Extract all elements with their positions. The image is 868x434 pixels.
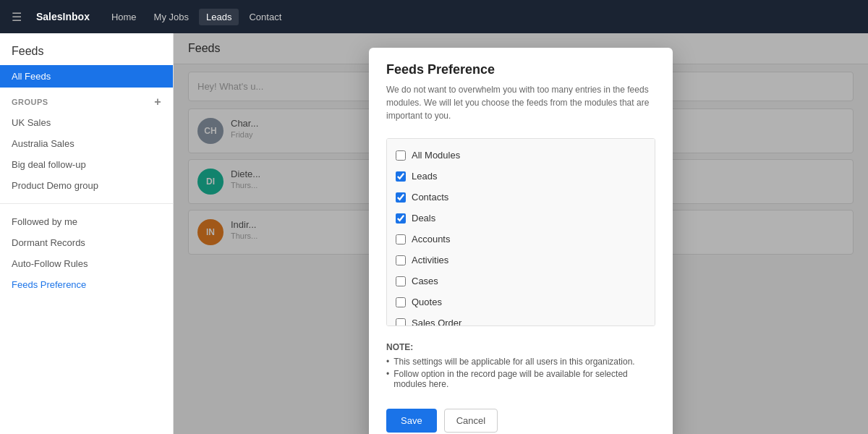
sidebar-dormant-records[interactable]: Dormant Records	[0, 232, 173, 253]
checkbox-contacts-label: Contacts	[412, 192, 448, 203]
modal-description: We do not want to overwhelm you with too…	[386, 83, 655, 122]
sidebar-all-feeds[interactable]: All Feeds	[0, 65, 173, 88]
checkbox-deals-input[interactable]	[396, 213, 406, 224]
modal-body: All Modules Leads Contacts Deals	[369, 131, 673, 333]
modal-header: Feeds Preference We do not want to overw…	[369, 48, 673, 131]
checkbox-contacts-input[interactable]	[396, 192, 406, 203]
modal-overlay: Feeds Preference We do not want to overw…	[174, 33, 868, 434]
checkbox-activities-input[interactable]	[396, 255, 406, 265]
sidebar-followed-by-me[interactable]: Followed by me	[0, 211, 173, 232]
note-item-1: • This settings will be applicable for a…	[386, 357, 655, 367]
topnav: ☰ SalesInbox Home My Jobs Leads Contact	[0, 0, 868, 33]
checkbox-cases-input[interactable]	[396, 276, 406, 286]
feeds-preference-modal: Feeds Preference We do not want to overw…	[369, 48, 673, 434]
sidebar-group-bigdeal[interactable]: Big deal follow-up	[0, 154, 173, 175]
checkbox-cases[interactable]: Cases	[387, 271, 655, 292]
checkbox-sales-order-input[interactable]	[396, 318, 406, 327]
main-layout: Feeds All Feeds GROUPS + UK Sales Austra…	[0, 33, 868, 434]
note-item-2: • Follow option in the record page will …	[386, 369, 655, 389]
checkbox-leads-input[interactable]	[396, 171, 406, 182]
module-checkbox-list: All Modules Leads Contacts Deals	[386, 138, 655, 326]
modal-footer: Save Cancel	[369, 400, 673, 434]
note-title: NOTE:	[386, 342, 655, 352]
nav-leads[interactable]: Leads	[199, 9, 239, 25]
checkbox-deals-label: Deals	[412, 213, 435, 224]
modal-title: Feeds Preference	[386, 62, 655, 77]
sidebar-groups-header: GROUPS +	[0, 88, 173, 112]
checkbox-all-modules[interactable]: All Modules	[387, 145, 655, 166]
sidebar-title: Feeds	[0, 33, 173, 65]
checkbox-activities[interactable]: Activities	[387, 250, 655, 271]
nav-contact[interactable]: Contact	[242, 9, 289, 25]
checkbox-leads[interactable]: Leads	[387, 166, 655, 187]
topnav-links: Home My Jobs Leads Contact	[104, 9, 289, 25]
checkbox-sales-order-label: Sales Order	[412, 318, 461, 326]
nav-myjobs[interactable]: My Jobs	[147, 9, 196, 25]
note-section: NOTE: • This settings will be applicable…	[369, 333, 673, 400]
checkbox-contacts[interactable]: Contacts	[387, 187, 655, 208]
checkbox-activities-label: Activities	[412, 255, 448, 265]
nav-home[interactable]: Home	[104, 9, 144, 25]
note-bullet-2: •	[386, 369, 389, 389]
brand-name: SalesInbox	[36, 11, 90, 22]
checkbox-deals[interactable]: Deals	[387, 208, 655, 229]
hamburger-icon[interactable]: ☰	[12, 10, 22, 24]
add-group-button[interactable]: +	[154, 96, 161, 108]
sidebar-group-australia[interactable]: Australia Sales	[0, 133, 173, 154]
sidebar-feeds-preference[interactable]: Feeds Preference	[0, 274, 173, 295]
checkbox-cases-label: Cases	[412, 276, 438, 286]
note-text-1: This settings will be applicable for all…	[393, 357, 635, 367]
cancel-button[interactable]: Cancel	[444, 409, 498, 433]
sidebar-autofollow-rules[interactable]: Auto-Follow Rules	[0, 253, 173, 274]
checkbox-sales-order[interactable]: Sales Order	[387, 312, 655, 326]
save-button[interactable]: Save	[386, 409, 437, 433]
note-bullet-1: •	[386, 357, 389, 367]
note-text-2: Follow option in the record page will be…	[393, 369, 655, 389]
groups-label: GROUPS	[12, 98, 48, 106]
checkbox-all-modules-input[interactable]	[396, 150, 406, 161]
checkbox-all-modules-label: All Modules	[412, 150, 460, 161]
checkbox-leads-label: Leads	[412, 171, 437, 182]
checkbox-accounts-label: Accounts	[412, 234, 450, 244]
sidebar-group-uksales[interactable]: UK Sales	[0, 112, 173, 133]
sidebar-divider	[0, 203, 173, 204]
checkbox-accounts-input[interactable]	[396, 234, 406, 244]
content-area: Feeds Hey! What's u... CH Char... Friday…	[174, 33, 868, 434]
sidebar-group-productdemo[interactable]: Product Demo group	[0, 175, 173, 196]
sidebar: Feeds All Feeds GROUPS + UK Sales Austra…	[0, 33, 174, 434]
checkbox-quotes-input[interactable]	[396, 297, 406, 307]
checkbox-accounts[interactable]: Accounts	[387, 229, 655, 250]
checkbox-quotes-label: Quotes	[412, 297, 442, 307]
checkbox-quotes[interactable]: Quotes	[387, 292, 655, 312]
